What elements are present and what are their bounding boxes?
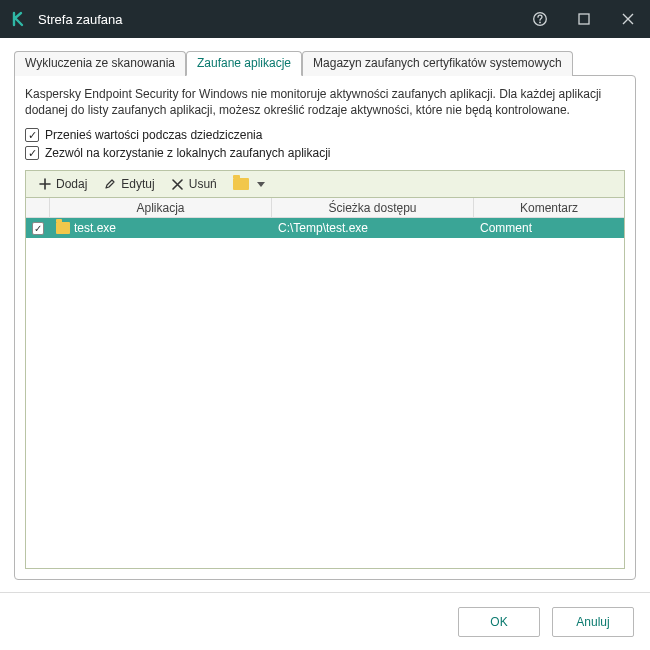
content-area: Wykluczenia ze skanowania Zaufane aplika… — [0, 38, 650, 592]
grid-header: Aplikacja Ścieżka dostępu Komentarz — [26, 198, 624, 218]
col-application[interactable]: Aplikacja — [50, 198, 272, 217]
ok-button[interactable]: OK — [458, 607, 540, 637]
col-comment[interactable]: Komentarz — [474, 198, 624, 217]
edit-label: Edytuj — [121, 177, 154, 191]
tab-system-certificates[interactable]: Magazyn zaufanych certyfikatów systemowy… — [302, 51, 573, 76]
folder-icon — [233, 178, 249, 190]
chevron-down-icon — [257, 182, 265, 187]
description-text: Kaspersky Endpoint Security for Windows … — [25, 86, 625, 118]
checkbox-icon — [25, 146, 39, 160]
import-export-button[interactable] — [227, 176, 271, 192]
pencil-icon — [103, 177, 117, 191]
add-label: Dodaj — [56, 177, 87, 191]
help-button[interactable] — [518, 0, 562, 38]
cancel-button[interactable]: Anuluj — [552, 607, 634, 637]
edit-button[interactable]: Edytuj — [97, 175, 160, 193]
maximize-button[interactable] — [562, 0, 606, 38]
row-app-name: test.exe — [74, 221, 116, 235]
dialog-footer: OK Anuluj — [0, 592, 650, 650]
apps-grid: Aplikacja Ścieżka dostępu Komentarz test… — [25, 198, 625, 569]
window-title: Strefa zaufana — [38, 12, 123, 27]
svg-rect-2 — [579, 14, 589, 24]
col-checkbox[interactable] — [26, 198, 50, 217]
grid-body: test.exe C:\Temp\test.exe Comment — [26, 218, 624, 568]
add-button[interactable]: Dodaj — [32, 175, 93, 193]
delete-button[interactable]: Usuń — [165, 175, 223, 193]
plus-icon — [38, 177, 52, 191]
row-comment: Comment — [480, 221, 532, 235]
delete-label: Usuń — [189, 177, 217, 191]
tab-panel-trusted-apps: Kaspersky Endpoint Security for Windows … — [14, 75, 636, 580]
app-logo-icon — [10, 10, 28, 28]
col-path[interactable]: Ścieżka dostępu — [272, 198, 474, 217]
svg-point-1 — [539, 22, 541, 24]
checkbox-icon — [25, 128, 39, 142]
file-icon — [56, 222, 70, 234]
checkbox-inherit-values[interactable]: Przenieś wartości podczas dziedziczenia — [25, 128, 625, 142]
checkbox-allow-local[interactable]: Zezwól na korzystanie z lokalnych zaufan… — [25, 146, 625, 160]
tab-trusted-apps[interactable]: Zaufane aplikacje — [186, 51, 302, 76]
table-row[interactable]: test.exe C:\Temp\test.exe Comment — [26, 218, 624, 238]
tabstrip: Wykluczenia ze skanowania Zaufane aplika… — [14, 50, 636, 75]
window: Strefa zaufana Wykluczenia ze skanowania… — [0, 0, 650, 650]
row-path: C:\Temp\test.exe — [278, 221, 368, 235]
row-checkbox[interactable] — [32, 222, 44, 235]
checkbox-label: Zezwól na korzystanie z lokalnych zaufan… — [45, 146, 330, 160]
toolbar: Dodaj Edytuj Usuń — [25, 170, 625, 198]
titlebar: Strefa zaufana — [0, 0, 650, 38]
close-button[interactable] — [606, 0, 650, 38]
tab-scan-exclusions[interactable]: Wykluczenia ze skanowania — [14, 51, 186, 76]
checkbox-label: Przenieś wartości podczas dziedziczenia — [45, 128, 262, 142]
x-icon — [171, 177, 185, 191]
